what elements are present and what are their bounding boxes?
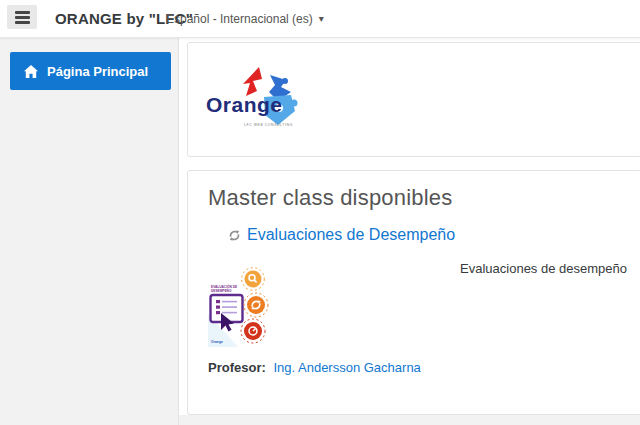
teacher-row: Profesor: Ing. Andersson Gacharna	[208, 360, 421, 375]
course-title-link[interactable]: Evaluaciones de Desempeño	[247, 226, 455, 244]
sidebar-item-home[interactable]: Página Principal	[10, 52, 171, 90]
refresh-icon	[244, 293, 268, 317]
available-courses-card: Master class disponibles Evaluaciones de…	[187, 170, 640, 415]
course-thumbnail: EVALUACIÓN DE DESEMPEÑO	[208, 266, 272, 347]
menu-bar	[15, 16, 30, 19]
sidebar-item-label: Página Principal	[47, 64, 148, 79]
language-selector[interactable]: Español - Internacional (es) ▾	[166, 0, 324, 37]
menu-bar	[15, 21, 30, 24]
orange-logo: Orange LFC WEB CONSULTING	[206, 65, 316, 135]
gauge-icon	[241, 319, 265, 343]
page-background-strip	[179, 415, 640, 425]
course-sync-icon	[228, 229, 241, 242]
course-title-row: Evaluaciones de Desempeño	[228, 226, 455, 244]
course-summary: Evaluaciones de desempeño	[460, 261, 627, 276]
site-logo-card: Orange LFC WEB CONSULTING	[187, 42, 640, 157]
thumb-brand-text: Orange	[211, 340, 223, 344]
menu-icon[interactable]	[7, 5, 37, 29]
teacher-name-link[interactable]: Ing. Andersson Gacharna	[273, 360, 420, 375]
logo-tagline: LFC WEB CONSULTING	[244, 123, 293, 127]
top-navbar: ORANGE by "LFC" Español - Internacional …	[0, 0, 640, 38]
courses-heading: Master class disponibles	[208, 185, 452, 211]
logo-red-arrow	[243, 67, 262, 96]
menu-bar	[15, 11, 30, 14]
home-icon	[24, 65, 38, 78]
logo-wordmark: Orange	[206, 93, 283, 116]
thumb-caption-line2: DESEMPEÑO	[211, 288, 232, 293]
caret-down-icon: ▾	[319, 13, 324, 24]
sidebar: Página Principal	[0, 37, 179, 425]
teacher-label: Profesor:	[208, 360, 266, 375]
language-label: Español - Internacional (es)	[166, 12, 313, 26]
